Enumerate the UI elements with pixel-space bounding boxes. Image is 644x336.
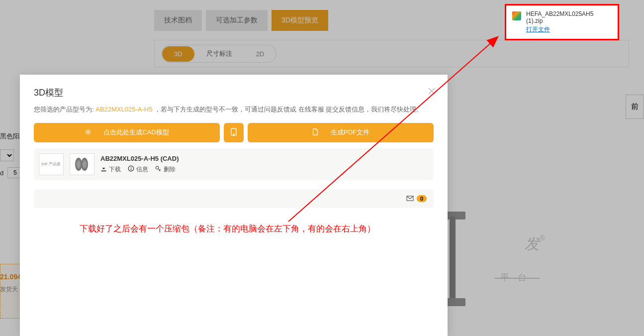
file-thumb-logo: iHF 产品发: [39, 153, 64, 175]
message-count-badge: 0: [417, 195, 427, 202]
3d-model-modal: 3D模型 您筛选的产品型号为: AB22MXL025-A-H5 ，若与下方生成的…: [20, 75, 448, 336]
gear-icon: [85, 128, 92, 137]
delete-action[interactable]: 删除: [155, 165, 176, 174]
mobile-icon: [230, 128, 237, 137]
annotation-text: 下载好了之后会有一个压缩包（备注：有的电脑会在左下角，有的会在右上角）: [80, 223, 375, 234]
envelope-icon[interactable]: [406, 194, 414, 203]
close-icon: [428, 87, 436, 95]
modal-close-button[interactable]: [428, 87, 436, 97]
open-file-link[interactable]: 打开文件: [526, 25, 612, 34]
modal-description: 您筛选的产品型号为: AB22MXL025-A-H5 ，若与下方生成的型号不一致…: [20, 105, 448, 123]
file-thumb-pulley: [70, 153, 94, 175]
file-card: iHF 产品发 AB22MXL025-A-H5 (CAD) 下载: [34, 148, 434, 180]
svg-point-0: [87, 131, 89, 133]
file-title: AB22MXL025-A-H5 (CAD): [100, 155, 429, 162]
download-filename: HEFA_AB22MXL025AH5 (1).zip: [526, 10, 612, 24]
message-bar: 0: [34, 189, 434, 208]
generate-pdf-button[interactable]: 生成PDF文件: [248, 123, 434, 142]
download-icon: [100, 165, 107, 173]
generate-cad-button[interactable]: 点击此处生成CAD模型: [34, 123, 220, 142]
svg-point-5: [156, 166, 159, 169]
download-notification: HEFA_AB22MXL025AH5 (1).zip 打开文件: [505, 4, 619, 40]
modal-title: 3D模型: [34, 87, 434, 99]
info-action[interactable]: 信息: [128, 165, 148, 174]
download-action[interactable]: 下载: [100, 165, 121, 174]
zip-file-icon: [512, 11, 521, 20]
svg-point-4: [131, 167, 132, 168]
pulley-icon: [74, 157, 90, 171]
info-icon: [128, 165, 134, 173]
product-code: AB22MXL025-A-H5: [95, 106, 152, 113]
svg-point-2: [233, 133, 234, 134]
pdf-icon: [312, 128, 319, 137]
mobile-button[interactable]: [224, 123, 244, 142]
delete-icon: [155, 165, 162, 173]
